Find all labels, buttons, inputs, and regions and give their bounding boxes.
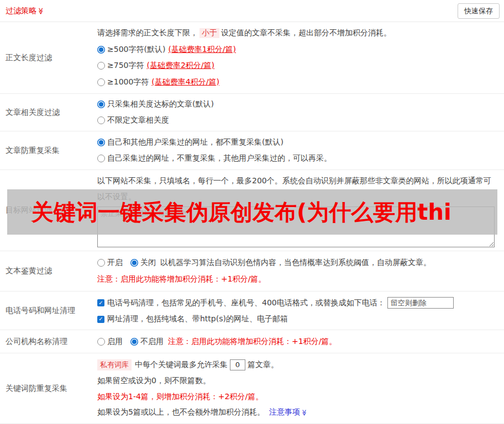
row-content: ✓ 电话号码清理，包括常见的手机号、座机号、400电话格式，或替换成如下电话： … bbox=[97, 292, 504, 330]
radio-checked-icon[interactable] bbox=[97, 46, 105, 54]
site-filter-desc-line1: 以下网站不采集，只填域名，每行一个，最多200个。系统会自动识别并屏蔽那些非文章… bbox=[97, 173, 500, 189]
radio-icon[interactable] bbox=[97, 78, 105, 86]
row-porn-filter: 文本鉴黄过滤 开启 关闭 以机器学习算法自动识别色情内容，当色情概率达到系统阈值… bbox=[0, 251, 504, 292]
row-phone-url-cleanup: 电话号码和网址清理 ✓ 电话号码清理，包括常见的手机号、座机号、400电话格式，… bbox=[0, 292, 504, 330]
keyword-limit-line: 私有词库 中每个关键词最多允许采集 篇文章。 bbox=[97, 359, 500, 370]
radio-checked-icon[interactable] bbox=[97, 139, 105, 146]
radio-icon[interactable] bbox=[97, 62, 105, 70]
radio-icon[interactable] bbox=[97, 116, 105, 124]
quick-save-button[interactable]: 快速保存 bbox=[458, 3, 500, 19]
row-label: 关键词防重复采集 bbox=[0, 353, 97, 423]
notes-link-text: 注意事项 bbox=[269, 407, 300, 416]
relevance-option-any[interactable]: 不限定文章相关度 bbox=[97, 115, 500, 125]
phone-cleanup-option: ✓ 电话号码清理，包括常见的手机号、座机号、400电话格式，或替换成如下电话： bbox=[97, 297, 500, 309]
dedup-option-self[interactable]: 自己采集过的网址，不重复采集，其他用户采集过的，可以再采。 bbox=[97, 153, 500, 163]
private-thesaurus-badge[interactable]: 私有词库 bbox=[97, 359, 132, 370]
header-bar: 过滤策略≫ 快速保存 bbox=[0, 0, 504, 22]
row-body-length-filter: 正文长度过滤 请选择需求的正文长度下限，小于设定值的文章不采集，超出部分不增加积… bbox=[0, 22, 504, 94]
porn-on-label[interactable]: 开启 bbox=[107, 258, 123, 268]
watermark-banner: 关键词一键采集伪原创发布(为什么要用thi bbox=[7, 189, 497, 235]
keyword-note-5plus-text: 如果设为5篇或以上，也不会额外增加积分消耗。 bbox=[97, 407, 265, 417]
length-option-750[interactable]: ≥750字符 (基础费率2积分/篇) bbox=[97, 61, 500, 71]
row-content: 自己和其他用户采集过的网址，都不重复采集(默认) 自己采集过的网址，不重复采集，… bbox=[97, 131, 504, 169]
row-relevance-filter: 文章相关度过滤 只采集相关度达标的文章(默认) 不限定文章相关度 bbox=[0, 94, 504, 131]
porn-off-label[interactable]: 关闭 bbox=[140, 258, 156, 268]
length-filter-intro: 请选择需求的正文长度下限，小于设定值的文章不采集，超出部分不增加积分消耗。 bbox=[97, 28, 500, 38]
porn-filter-note: 注意：启用此功能将增加积分消耗：+1积分/篇。 bbox=[97, 274, 500, 284]
phone-cleanup-label: 电话号码清理，包括常见的手机号、座机号、400电话格式，或替换成如下电话： bbox=[107, 298, 385, 308]
url-cleanup-label: 网址清理，包括纯域名、带http(s)的网址、电子邮箱 bbox=[107, 314, 288, 324]
url-cleanup-option: ✓ 网址清理，包括纯域名、带http(s)的网址、电子邮箱 bbox=[97, 314, 500, 324]
row-label: 文本鉴黄过滤 bbox=[0, 251, 97, 291]
row-label: 文章相关度过滤 bbox=[0, 94, 97, 131]
option-fee: (基础费率2积分/篇) bbox=[146, 61, 214, 71]
intro-text: 请选择需求的正文长度下限， bbox=[97, 28, 198, 38]
company-off-label[interactable]: 不启用 bbox=[140, 337, 164, 347]
length-option-500[interactable]: ≥500字符(默认) (基础费率1积分/篇) bbox=[97, 45, 500, 55]
radio-icon[interactable] bbox=[97, 338, 105, 346]
row-keyword-dedup: 关键词防重复采集 私有词库 中每个关键词最多允许采集 篇文章。 如果留空或设为0… bbox=[0, 353, 504, 424]
option-label: ≥1000字符 bbox=[107, 77, 149, 87]
company-cleanup-options: 启用 不启用 注意：启用此功能将增加积分消耗：+1积分/篇。 bbox=[97, 337, 500, 347]
row-content: 开启 关闭 以机器学习算法自动识别色情内容，当色情概率达到系统阈值，自动屏蔽文章… bbox=[97, 251, 504, 291]
less-than-highlight: 小于 bbox=[200, 28, 219, 38]
row-label: 公司机构名称清理 bbox=[0, 330, 97, 353]
row-label: 文章防重复采集 bbox=[0, 131, 97, 169]
length-option-1000[interactable]: ≥1000字符 (基础费率4积分/篇) bbox=[97, 77, 500, 87]
row-content: 启用 不启用 注意：启用此功能将增加积分消耗：+1积分/篇。 bbox=[97, 330, 504, 353]
page-title[interactable]: 过滤策略≫ bbox=[6, 6, 45, 16]
option-fee: (基础费率1积分/篇) bbox=[168, 45, 236, 55]
keyword-note-5plus: 如果设为5篇或以上，也不会额外增加积分消耗。 注意事项≫ bbox=[97, 407, 500, 417]
row-label: 电话号码和网址清理 bbox=[0, 292, 97, 330]
checkbox-checked-icon[interactable]: ✓ bbox=[97, 316, 104, 323]
keyword-limit-text: 中每个关键词最多允许采集 bbox=[135, 360, 228, 370]
option-label: 自己和其他用户采集过的网址，都不重复采集(默认) bbox=[107, 137, 284, 147]
option-label: ≥500字符(默认) bbox=[107, 45, 165, 55]
page-title-text: 过滤策略 bbox=[6, 6, 36, 15]
checkbox-checked-icon[interactable]: ✓ bbox=[97, 299, 104, 306]
keyword-note-1-4: 如果设为1-4篇，则增加积分消耗：+2积分/篇。 bbox=[97, 392, 500, 402]
chevron-down-icon: ≫ bbox=[301, 410, 308, 416]
row-content: 私有词库 中每个关键词最多允许采集 篇文章。 如果留空或设为0，则不限篇数。 如… bbox=[97, 353, 504, 423]
row-dedup-collection: 文章防重复采集 自己和其他用户采集过的网址，都不重复采集(默认) 自己采集过的网… bbox=[0, 131, 504, 170]
chevron-down-icon: ≫ bbox=[37, 7, 45, 14]
radio-checked-icon[interactable] bbox=[130, 259, 138, 267]
porn-filter-options: 开启 关闭 以机器学习算法自动识别色情内容，当色情概率达到系统阈值，自动屏蔽文章… bbox=[97, 258, 500, 268]
notes-link[interactable]: 注意事项≫ bbox=[269, 407, 308, 417]
porn-filter-desc: 以机器学习算法自动识别色情内容，当色情概率达到系统阈值，自动屏蔽文章。 bbox=[160, 258, 431, 268]
option-label: 不限定文章相关度 bbox=[107, 115, 169, 125]
watermark-banner-text: 关键词一键采集伪原创发布(为什么要用thi bbox=[32, 197, 452, 227]
intro-text: 设定值的文章不采集，超出部分不增加积分消耗。 bbox=[221, 28, 391, 38]
relevance-option-strict[interactable]: 只采集相关度达标的文章(默认) bbox=[97, 99, 500, 109]
radio-icon[interactable] bbox=[97, 155, 105, 162]
option-label: ≥750字符 bbox=[107, 61, 144, 71]
option-label: 自己采集过的网址，不重复采集，其他用户采集过的，可以再采。 bbox=[107, 153, 332, 163]
radio-checked-icon[interactable] bbox=[97, 100, 105, 108]
keyword-note-zero: 如果留空或设为0，则不限篇数。 bbox=[97, 376, 500, 386]
filter-settings-page: 过滤策略≫ 快速保存 正文长度过滤 请选择需求的正文长度下限，小于设定值的文章不… bbox=[0, 0, 504, 424]
company-cleanup-note: 注意：启用此功能将增加积分消耗：+1积分/篇。 bbox=[168, 337, 337, 347]
replacement-phone-input[interactable] bbox=[387, 297, 454, 309]
option-label: 只采集相关度达标的文章(默认) bbox=[107, 99, 214, 109]
radio-checked-icon[interactable] bbox=[130, 338, 138, 346]
keyword-limit-text-end: 篇文章。 bbox=[248, 360, 279, 370]
radio-icon[interactable] bbox=[97, 259, 105, 267]
option-fee: (基础费率4积分/篇) bbox=[151, 77, 219, 87]
keyword-count-input[interactable] bbox=[230, 359, 245, 370]
row-content: 请选择需求的正文长度下限，小于设定值的文章不采集，超出部分不增加积分消耗。 ≥5… bbox=[97, 22, 504, 93]
row-content: 只采集相关度达标的文章(默认) 不限定文章相关度 bbox=[97, 94, 504, 131]
company-on-label[interactable]: 启用 bbox=[107, 337, 123, 347]
row-label: 正文长度过滤 bbox=[0, 22, 97, 93]
dedup-option-global[interactable]: 自己和其他用户采集过的网址，都不重复采集(默认) bbox=[97, 137, 500, 147]
row-company-name-cleanup: 公司机构名称清理 启用 不启用 注意：启用此功能将增加积分消耗：+1积分/篇。 bbox=[0, 330, 504, 353]
